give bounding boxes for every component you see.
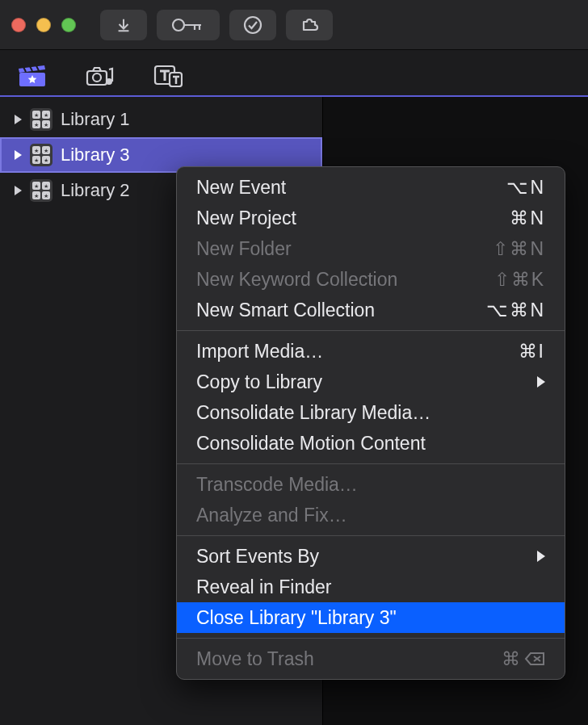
library-icon: ★★★★ <box>30 144 52 166</box>
window-zoom-button[interactable] <box>61 18 76 32</box>
library-icon: ★★★★ <box>30 108 52 131</box>
menu-item-label: Analyze and Fix… <box>196 505 347 526</box>
menu-item-shortcut: ⌘N <box>510 207 545 229</box>
menu-consolidate-motion-content[interactable]: Consolidate Motion Content <box>177 428 565 459</box>
puzzle-piece-icon <box>300 15 319 35</box>
svg-point-5 <box>106 78 112 85</box>
disclosure-triangle-icon[interactable] <box>15 115 22 124</box>
menu-item-label: Import Media… <box>196 341 323 362</box>
window-close-button[interactable] <box>11 18 26 32</box>
window-controls <box>11 18 76 32</box>
menu-item-shortcut: ⌘I <box>519 341 545 362</box>
menu-new-project[interactable]: New Project ⌘N <box>177 203 565 233</box>
menu-new-smart-collection[interactable]: New Smart Collection ⌥⌘N <box>177 295 565 325</box>
menu-separator <box>177 535 565 536</box>
svg-point-4 <box>93 73 101 82</box>
submenu-arrow-icon <box>537 551 545 562</box>
tab-libraries[interactable] <box>18 65 47 87</box>
library-name: Library 3 <box>61 145 130 166</box>
menu-item-label: Reveal in Finder <box>196 576 331 598</box>
menu-import-media[interactable]: Import Media… ⌘I <box>177 336 565 367</box>
menu-item-label: New Event <box>196 177 286 199</box>
menu-item-label: New Folder <box>196 238 292 260</box>
library-row[interactable]: ★★★★ Library 1 <box>0 102 322 137</box>
clapperboard-star-icon <box>18 65 47 87</box>
menu-copy-to-library[interactable]: Copy to Library <box>177 367 565 397</box>
menu-item-label: Close Library "Library 3" <box>196 607 397 629</box>
download-arrow-icon <box>115 16 132 34</box>
disclosure-triangle-icon[interactable] <box>15 186 22 195</box>
menu-item-label: Transcode Media… <box>196 474 358 496</box>
delete-key-icon <box>524 652 545 666</box>
library-name: Library 2 <box>61 180 130 201</box>
menu-consolidate-library-media[interactable]: Consolidate Library Media… <box>177 397 565 428</box>
menu-item-label: New Smart Collection <box>196 300 375 321</box>
window-titlebar <box>0 0 588 50</box>
menu-item-label: Consolidate Library Media… <box>196 402 430 424</box>
keyword-button[interactable] <box>157 10 220 40</box>
svg-point-1 <box>245 17 261 33</box>
menu-item-label: Move to Trash <box>196 648 314 670</box>
window-minimize-button[interactable] <box>36 18 51 32</box>
menu-sort-events-by[interactable]: Sort Events By <box>177 541 565 572</box>
sidebar-tabs <box>0 50 588 97</box>
menu-item-shortcut: ⇧⌘N <box>493 238 545 260</box>
menu-reveal-in-finder[interactable]: Reveal in Finder <box>177 572 565 602</box>
library-icon: ★★★★ <box>30 179 52 202</box>
menu-new-event[interactable]: New Event ⌥N <box>177 172 565 203</box>
menu-analyze-and-fix: Analyze and Fix… <box>177 500 565 530</box>
menu-item-label: New Project <box>196 207 296 229</box>
library-name: Library 1 <box>61 109 130 130</box>
titles-icon <box>153 65 183 87</box>
menu-new-folder: New Folder ⇧⌘N <box>177 233 565 264</box>
menu-new-keyword-collection: New Keyword Collection ⇧⌘K <box>177 264 565 295</box>
menu-item-shortcut: ⌥N <box>506 177 545 199</box>
menu-item-label: New Keyword Collection <box>196 269 397 291</box>
menu-item-label: Sort Events By <box>196 546 319 568</box>
menu-item-shortcut: ⌥⌘N <box>486 300 545 321</box>
disclosure-triangle-icon[interactable] <box>15 150 22 160</box>
menu-move-to-trash: Move to Trash ⌘ <box>177 643 565 674</box>
tab-photos-audio[interactable] <box>86 65 115 87</box>
camera-music-icon <box>86 65 115 87</box>
menu-separator <box>177 463 565 464</box>
background-tasks-button[interactable] <box>229 10 276 40</box>
library-context-menu: New Event ⌥N New Project ⌘N New Folder ⇧… <box>176 166 565 680</box>
submenu-arrow-icon <box>537 376 545 388</box>
menu-separator <box>177 638 565 639</box>
tab-titles-generators[interactable] <box>153 65 183 87</box>
menu-transcode-media: Transcode Media… <box>177 469 565 500</box>
menu-close-library[interactable]: Close Library "Library 3" <box>177 602 565 633</box>
import-button[interactable] <box>100 10 147 40</box>
menu-item-label: Consolidate Motion Content <box>196 433 426 455</box>
menu-separator <box>177 330 565 331</box>
menu-item-shortcut: ⇧⌘K <box>494 269 545 291</box>
svg-point-0 <box>173 19 184 31</box>
extensions-button[interactable] <box>286 10 333 40</box>
key-icon <box>170 17 206 33</box>
checkmark-circle-icon <box>243 15 262 35</box>
menu-item-label: Copy to Library <box>196 371 322 393</box>
menu-item-shortcut: ⌘ <box>502 648 545 670</box>
